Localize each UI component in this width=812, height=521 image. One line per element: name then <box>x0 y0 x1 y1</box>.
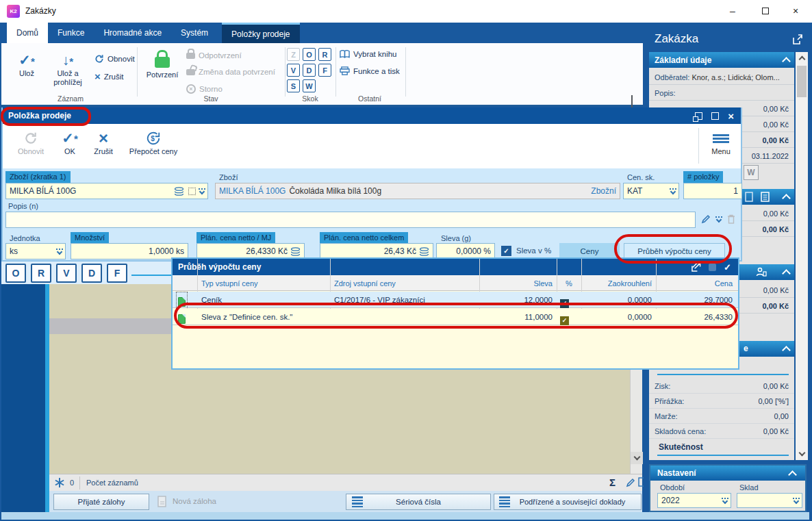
chevron-up-icon <box>782 269 791 278</box>
maximize-icon[interactable] <box>711 112 719 120</box>
jump-letter-w[interactable]: W <box>303 79 316 92</box>
sklad-combobox[interactable] <box>737 493 802 508</box>
jump-letter-s[interactable]: S <box>287 79 300 92</box>
close-icon[interactable]: × <box>728 112 734 120</box>
cancel-x-icon: × <box>86 129 120 147</box>
ribbon-collapse-button[interactable] <box>631 95 633 107</box>
recalculate-price-button[interactable]: $ Přepočet ceny <box>123 129 183 155</box>
jump-letter-o[interactable]: O <box>303 48 316 61</box>
price-stack-icon[interactable] <box>290 247 301 256</box>
jump-letter-r[interactable]: R <box>318 48 331 61</box>
scroll-down-button[interactable] <box>796 448 808 460</box>
cancel-x-icon: × <box>94 71 101 82</box>
tab-hromadne-akce[interactable]: Hromadné akce <box>94 23 171 43</box>
combo-dropdown-icon[interactable] <box>794 498 798 503</box>
select-book-button[interactable]: Vybrat knihu <box>340 50 397 58</box>
zbozi-zkratka-field[interactable]: MILKA BÍLÁ 100G <box>5 183 208 199</box>
sum-button[interactable]: Σ <box>609 476 616 488</box>
plan-row: Zisk:0,00 Kč <box>649 379 794 394</box>
seriova-cisla-button[interactable]: Sériová čísla <box>346 494 491 510</box>
scroll-up-button[interactable] <box>796 52 808 64</box>
lock-gray-icon <box>186 53 195 59</box>
grid-jump-v[interactable]: V <box>56 264 77 283</box>
dialog-menu-button[interactable]: Menu <box>705 129 737 155</box>
cancel-button[interactable]: × Zrušit <box>94 71 124 82</box>
pocet-polozky-field[interactable]: 1 <box>683 183 742 199</box>
jednotka-combobox[interactable]: ks <box>5 243 66 259</box>
save-button[interactable]: ✓* Ulož <box>10 49 44 77</box>
skutecnost-header: Skutečnost <box>659 442 703 452</box>
edit-pencil-button[interactable] <box>626 478 635 487</box>
scrollbar-thumb[interactable] <box>797 66 807 97</box>
grid-jump-r[interactable]: R <box>31 264 51 283</box>
functions-print-button[interactable]: Funkce a tisk <box>340 66 400 75</box>
external-link-icon <box>793 34 803 45</box>
obdobi-combobox[interactable]: 2022 <box>657 493 731 508</box>
cen-sk-combobox[interactable]: KAT <box>623 183 679 199</box>
change-confirm-date-button: Změna data potvrzení <box>186 68 275 76</box>
refresh-button[interactable]: Obnovit <box>94 54 135 64</box>
section-header-zakladni-udaje[interactable]: Základní údaje <box>649 52 794 68</box>
save-icon <box>709 264 716 271</box>
maximize-icon <box>762 8 769 14</box>
jump-letter-v[interactable]: V <box>287 64 300 77</box>
odberatel-row: Odběratel: Knor, a.s.; Lidická; Olom... <box>649 70 794 85</box>
section-header-nastaveni[interactable]: Nastavení <box>650 466 805 481</box>
dialog-titlebar[interactable]: Položka prodeje × <box>3 107 741 124</box>
record-type-tag: Zbožní <box>591 186 616 196</box>
grid-jump-o[interactable]: O <box>5 264 26 283</box>
grid-jump-f[interactable]: F <box>107 264 127 283</box>
app-window: K2 Zakázky – × Domů Funkce Hromadné akce… <box>0 0 812 521</box>
ribbon-separator <box>137 47 138 97</box>
podrizene-doklady-button[interactable]: Podřízené a související doklady <box>494 494 642 510</box>
col-zdroj[interactable]: Zdroj vstupní ceny <box>334 275 396 291</box>
tab-system[interactable]: Systém <box>171 23 218 43</box>
jump-letter-w[interactable]: W <box>744 165 759 180</box>
divider <box>79 476 80 490</box>
combo-dropdown-icon[interactable] <box>717 216 721 222</box>
col-cena[interactable]: Cena <box>657 275 733 291</box>
prijate-zalohy-button[interactable]: Přijaté zálohy <box>53 494 149 510</box>
popis-field[interactable] <box>5 212 696 228</box>
scroll-down-button[interactable] <box>631 452 643 464</box>
dialog-cancel-button[interactable]: × Zrušit <box>86 129 120 155</box>
sleva-v-procentech-checkbox[interactable]: ✓ <box>501 246 511 256</box>
open-panel-button[interactable] <box>793 34 803 45</box>
price-stack-icon[interactable] <box>174 187 184 196</box>
save-and-view-button[interactable]: ↓* Ulož a prohlížej <box>45 49 90 87</box>
col-typ[interactable]: Typ vstupní ceny <box>201 275 258 291</box>
sidebar-scrollbar[interactable] <box>796 52 808 460</box>
tab-polozky-prodeje[interactable]: Položky prodeje <box>222 23 299 43</box>
pencil-icon[interactable] <box>701 214 711 224</box>
col-pct[interactable]: % <box>558 275 580 291</box>
tab-domu[interactable]: Domů <box>7 23 48 43</box>
chevron-down-icon <box>798 450 805 457</box>
cen-sk-label: Cen. sk. <box>627 173 655 181</box>
col-sleva[interactable]: Sleva <box>481 275 553 291</box>
combo-dropdown-icon[interactable] <box>200 188 204 194</box>
nova-zaloha-button: Nová záloha <box>173 497 216 505</box>
select-record-icon[interactable] <box>188 188 196 195</box>
dialog-ok-button[interactable]: ✓* OK <box>55 129 85 155</box>
maximize-button[interactable] <box>750 0 781 21</box>
confirm-button[interactable]: Potvrzení <box>142 49 182 79</box>
combo-dropdown-icon[interactable] <box>723 498 727 503</box>
popis-edit-icons <box>701 214 735 224</box>
confirm-check-icon[interactable]: ✓ <box>724 262 731 272</box>
restore-icon[interactable] <box>695 112 702 120</box>
chevron-up-icon <box>788 470 797 479</box>
chevron-up-icon <box>798 56 805 63</box>
open-window-icon[interactable] <box>692 262 701 272</box>
price-stack-icon[interactable] <box>419 247 429 256</box>
combo-dropdown-icon[interactable] <box>58 249 62 254</box>
close-button[interactable]: × <box>781 0 811 21</box>
tab-funkce[interactable]: Funkce <box>48 23 94 43</box>
jump-letter-d[interactable]: D <box>303 64 316 77</box>
jump-letter-f[interactable]: F <box>318 64 331 77</box>
combo-dropdown-icon[interactable] <box>671 188 675 194</box>
minimize-button[interactable]: – <box>718 0 748 21</box>
calc-dialog-title: Průběh výpočtu ceny <box>178 262 261 272</box>
annotation-prubeh-button <box>614 234 732 264</box>
col-zaokrouhleni[interactable]: Zaokrouhlení <box>580 275 652 291</box>
grid-jump-d[interactable]: D <box>81 264 102 283</box>
